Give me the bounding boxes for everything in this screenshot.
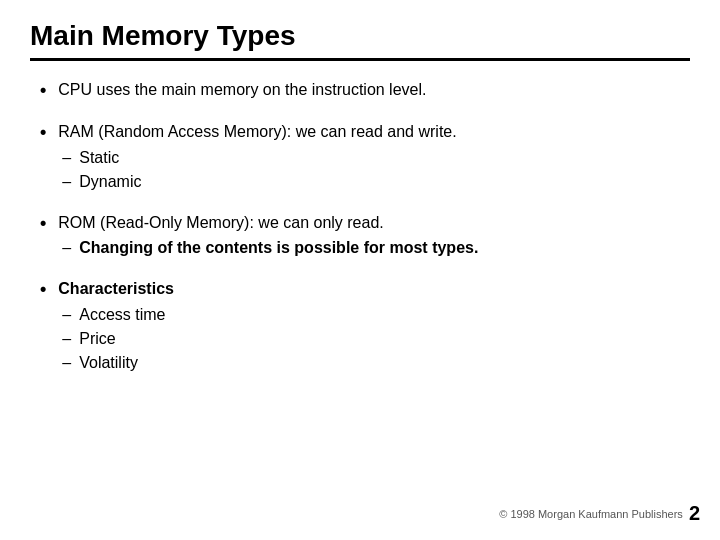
sub-dash: – bbox=[62, 303, 71, 327]
content-area: • CPU uses the main memory on the instru… bbox=[30, 79, 690, 375]
bullet-dot-4: • bbox=[40, 279, 46, 300]
bullet-item-3: • ROM (Read-Only Memory): we can only re… bbox=[40, 212, 690, 260]
sub-item-3-0: – Changing of the contents is possible f… bbox=[62, 236, 478, 260]
title-section: Main Memory Types bbox=[30, 20, 690, 61]
sub-dash: – bbox=[62, 146, 71, 170]
bullet-text-2: RAM (Random Access Memory): we can read … bbox=[58, 121, 456, 193]
sub-item-4-1: – Price bbox=[62, 327, 174, 351]
sub-items-3: – Changing of the contents is possible f… bbox=[58, 236, 478, 260]
bullet-item-1: • CPU uses the main memory on the instru… bbox=[40, 79, 690, 103]
copyright-text: © 1998 Morgan Kaufmann Publishers bbox=[499, 508, 683, 520]
sub-dash: – bbox=[62, 351, 71, 375]
bullet-text-4: Characteristics – Access time – Price – … bbox=[58, 278, 174, 374]
title-underline bbox=[30, 58, 690, 61]
sub-items-4: – Access time – Price – Volatility bbox=[58, 303, 174, 375]
footer: © 1998 Morgan Kaufmann Publishers 2 bbox=[499, 502, 700, 525]
sub-item-4-2: – Volatility bbox=[62, 351, 174, 375]
bullet-dot-3: • bbox=[40, 213, 46, 234]
sub-item-4-0: – Access time bbox=[62, 303, 174, 327]
page-number: 2 bbox=[689, 502, 700, 525]
bullet-item-4: • Characteristics – Access time – Price … bbox=[40, 278, 690, 374]
sub-dash: – bbox=[62, 236, 71, 260]
sub-item-2-1: – Dynamic bbox=[62, 170, 456, 194]
sub-items-2: – Static – Dynamic bbox=[58, 146, 456, 194]
slide: Main Memory Types • CPU uses the main me… bbox=[0, 0, 720, 540]
sub-dash: – bbox=[62, 170, 71, 194]
bullet-dot-2: • bbox=[40, 122, 46, 143]
bullet-text-1: CPU uses the main memory on the instruct… bbox=[58, 79, 426, 103]
bullet-item-2: • RAM (Random Access Memory): we can rea… bbox=[40, 121, 690, 193]
slide-title: Main Memory Types bbox=[30, 20, 690, 52]
bullet-text-3: ROM (Read-Only Memory): we can only read… bbox=[58, 212, 478, 260]
sub-item-2-0: – Static bbox=[62, 146, 456, 170]
bullet-dot-1: • bbox=[40, 80, 46, 101]
sub-dash: – bbox=[62, 327, 71, 351]
